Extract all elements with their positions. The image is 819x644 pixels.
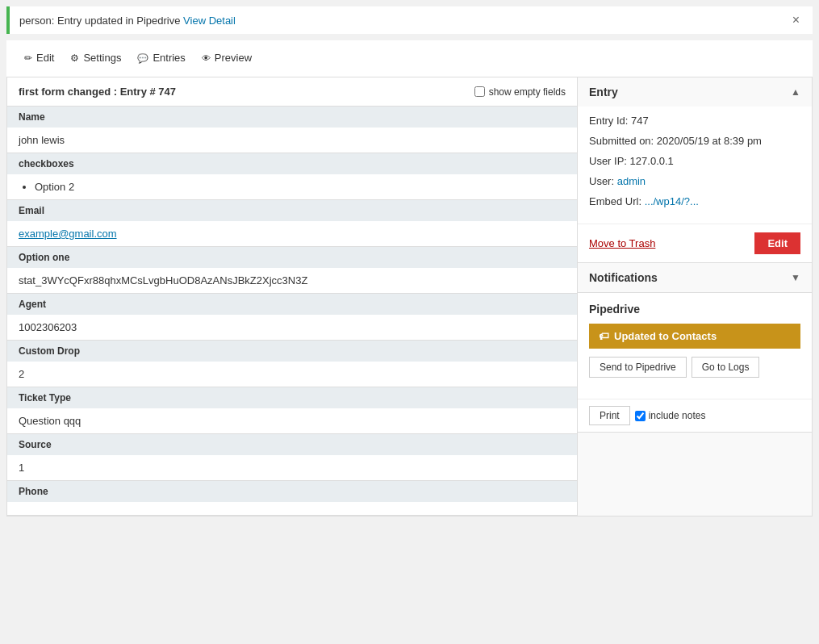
field-section: Ticket TypeQuestion qqq — [7, 387, 577, 434]
field-label: Ticket Type — [7, 387, 577, 408]
right-panel: Entry ▲ Entry Id: 747 Submitted on: 2020… — [578, 77, 812, 516]
include-notes-label[interactable]: include notes — [635, 410, 706, 421]
pipedrive-title: Pipedrive — [589, 303, 800, 316]
field-section: Source1 — [7, 434, 577, 481]
field-label: Phone — [7, 481, 577, 502]
entry-section-header[interactable]: Entry ▲ — [578, 77, 812, 107]
field-link[interactable]: example@gmail.com — [19, 228, 117, 240]
embed-url-row: Embed Url: .../wp14/?... — [589, 195, 800, 207]
field-label: Email — [7, 200, 577, 221]
nav-entries[interactable]: Entries — [129, 40, 193, 77]
gear-icon — [70, 52, 79, 64]
form-title: first form changed : Entry # 747 — [19, 86, 176, 98]
show-empty-label[interactable]: show empty fields — [474, 86, 566, 98]
include-notes-checkbox[interactable] — [635, 411, 646, 421]
pipedrive-section: Pipedrive 🏷 Updated to Contacts Send to … — [578, 293, 812, 433]
nav-edit[interactable]: Edit — [16, 40, 62, 77]
field-value: Question qqq — [7, 408, 577, 433]
field-value: john lewis — [7, 128, 577, 153]
move-to-trash-button[interactable]: Move to Trash — [589, 237, 655, 249]
field-value: Option 2 — [7, 174, 577, 199]
field-section: Agent1002306203 — [7, 294, 577, 341]
pipedrive-actions: Send to Pipedrive Go to Logs — [589, 357, 800, 378]
pencil-icon — [24, 52, 32, 64]
field-value: example@gmail.com — [7, 221, 577, 246]
entry-info: Entry Id: 747 Submitted on: 2020/05/19 a… — [578, 107, 812, 224]
field-label: Option one — [7, 247, 577, 268]
field-value: 2 — [7, 362, 577, 387]
show-empty-checkbox[interactable] — [474, 86, 485, 97]
print-button[interactable]: Print — [589, 406, 630, 425]
field-value: 1002306203 — [7, 315, 577, 340]
edit-button[interactable]: Edit — [754, 232, 800, 254]
go-to-logs-button[interactable]: Go to Logs — [692, 357, 760, 378]
embed-url-link[interactable]: .../wp14/?... — [645, 195, 699, 207]
tag-icon: 🏷 — [599, 330, 609, 342]
notifications-section: Notifications ▼ — [578, 263, 812, 293]
notification-close-button[interactable]: × — [789, 13, 803, 27]
form-header: first form changed : Entry # 747 show em… — [7, 77, 577, 107]
field-section: Option onestat_3WYcQFxr88qhxMCsLvgbHuOD8… — [7, 247, 577, 294]
field-label: Source — [7, 434, 577, 455]
eye-icon — [202, 52, 211, 64]
left-panel: first form changed : Entry # 747 show em… — [7, 77, 578, 516]
nav-bar: Edit Settings Entries Preview — [6, 40, 813, 77]
user-link[interactable]: admin — [617, 175, 646, 187]
updated-contacts-button[interactable]: 🏷 Updated to Contacts — [589, 324, 800, 349]
field-value — [7, 502, 577, 515]
view-detail-link[interactable]: View Detail — [183, 15, 236, 27]
notifications-header[interactable]: Notifications ▼ — [578, 263, 812, 292]
field-value: stat_3WYcQFxr88qhxMCsLvgbHuOD8AzANsJBkZ2… — [7, 268, 577, 293]
main-container: first form changed : Entry # 747 show em… — [6, 77, 813, 516]
entry-id-row: Entry Id: 747 — [589, 115, 800, 127]
notification-text: person: Entry updated in Pipedrive View … — [19, 15, 236, 27]
field-section: checkboxesOption 2 — [7, 153, 577, 200]
fields-container: Namejohn lewischeckboxesOption 2Emailexa… — [7, 107, 577, 516]
field-label: Custom Drop — [7, 341, 577, 362]
field-label: Name — [7, 107, 577, 128]
notifications-title: Notifications — [589, 271, 658, 284]
notification-bar: person: Entry updated in Pipedrive View … — [6, 6, 813, 34]
print-row: Print include notes — [578, 399, 812, 432]
field-section: Phone — [7, 481, 577, 516]
pipedrive-content: Pipedrive 🏷 Updated to Contacts Send to … — [578, 293, 812, 399]
field-label: checkboxes — [7, 153, 577, 174]
field-label: Agent — [7, 294, 577, 315]
nav-settings[interactable]: Settings — [62, 40, 129, 77]
field-section: Custom Drop2 — [7, 341, 577, 387]
field-value: 1 — [7, 455, 577, 480]
entry-actions: Move to Trash Edit — [578, 224, 812, 262]
submitted-row: Submitted on: 2020/05/19 at 8:39 pm — [589, 135, 800, 147]
field-section: Emailexample@gmail.com — [7, 200, 577, 247]
chat-icon — [137, 52, 148, 64]
notifications-arrow: ▼ — [791, 272, 800, 283]
entry-collapse-arrow: ▲ — [791, 86, 800, 98]
entry-section-title: Entry — [589, 86, 618, 98]
user-ip-row: User IP: 127.0.0.1 — [589, 155, 800, 167]
entry-section: Entry ▲ Entry Id: 747 Submitted on: 2020… — [578, 77, 812, 263]
user-row: User: admin — [589, 175, 800, 187]
nav-preview[interactable]: Preview — [194, 40, 260, 77]
field-section: Namejohn lewis — [7, 107, 577, 153]
send-to-pipedrive-button[interactable]: Send to Pipedrive — [589, 357, 687, 378]
